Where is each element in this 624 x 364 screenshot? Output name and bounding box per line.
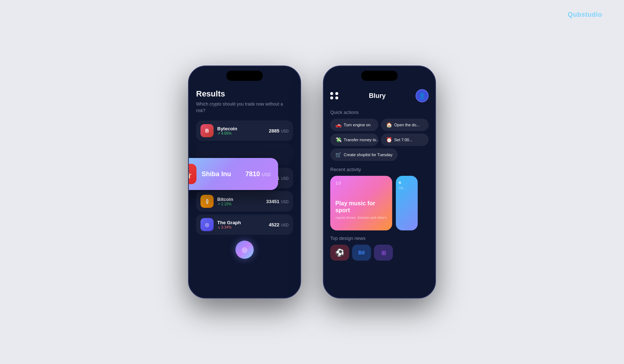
door-icon: 🏠: [386, 122, 392, 128]
shiba-card[interactable]: 🐕 Shiba Inu 7810 USD: [188, 158, 278, 190]
graph-change: ↘ 3.34%: [217, 225, 265, 229]
crypto-item-graph[interactable]: ◎ The Graph ↘ 3.34% 4522 USD: [196, 214, 293, 235]
activity-cards: 1/3 Play music for sport Appolo Brown, E…: [330, 176, 429, 230]
action-shoplist[interactable]: 🛒 Create shoplist for Tuesday: [330, 149, 398, 161]
phone-crypto: Results Which crypto should you trade no…: [188, 66, 301, 298]
design-icon-figma[interactable]: ⊞: [374, 245, 393, 261]
bytecoin-name: Bytecoin: [217, 126, 265, 131]
bytecoin-price: 2885 USD: [269, 127, 289, 134]
action-alarm[interactable]: ⏰ Set 7:00...: [381, 134, 429, 146]
recent-activity-section: Recent activity 1/3 Play music for sport…: [330, 167, 429, 230]
design-icon-behance[interactable]: Bē: [352, 245, 371, 261]
bitcoin-name: Bitcoin: [217, 197, 262, 202]
card-counter: 1/3: [335, 181, 387, 185]
phone-blury: Blury 👤 Quick actions 🚗 Turn engine on: [323, 66, 436, 298]
blury-app-title: Blury: [369, 92, 386, 100]
bitcoin-change: ↗ 2.15%: [217, 202, 262, 206]
action-transfer-label: Transfer money to...: [344, 138, 378, 142]
shoplist-icon: 🛒: [335, 152, 342, 158]
phones-container: Results Which crypto should you trade no…: [188, 66, 436, 298]
actions-row-2: 💸 Transfer money to... ⏰ Set 7:00...: [330, 134, 429, 146]
shiba-price-group: 7810 USD: [245, 170, 271, 178]
top-design-section: Top design news ⚽ Bē ⊞: [330, 236, 429, 261]
bytecoin-icon: B: [200, 124, 214, 137]
bytecoin-info: Bytecoin ↗ 4.05%: [217, 126, 265, 135]
card-music-title: Play music for sport: [335, 200, 387, 214]
shiba-price: 7810 USD: [245, 170, 271, 178]
second-card-letter: B: [399, 181, 415, 185]
action-door-label: Open the do...: [394, 123, 420, 127]
actions-row-1: 🚗 Turn engine on 🏠 Open the do...: [330, 119, 429, 131]
design-icon-dribbble[interactable]: ⚽: [330, 245, 349, 261]
transfer-icon: 💸: [335, 137, 342, 143]
graph-icon: ◎: [200, 218, 214, 231]
bitcoin-price: 33451 USD: [266, 198, 289, 205]
brand-logo: Qubstudio: [568, 11, 602, 19]
engine-icon: 🚗: [335, 122, 342, 128]
phone2-screen: Blury 👤 Quick actions 🚗 Turn engine on: [324, 66, 435, 298]
bitcoin-icon: ₿: [200, 195, 214, 208]
action-shoplist-label: Create shoplist for Tuesday: [344, 153, 393, 157]
brand-accent: studio: [581, 11, 602, 18]
activity-card-second[interactable]: B Op...: [396, 176, 418, 230]
user-avatar[interactable]: 👤: [416, 89, 429, 102]
actions-grid: 🚗 Turn engine on 🏠 Open the do... 💸 Tran…: [330, 119, 429, 161]
quick-actions-title: Quick actions: [330, 110, 429, 115]
results-title: Results: [196, 89, 293, 99]
graph-info: The Graph ↘ 3.34%: [217, 220, 265, 229]
alarm-icon: ⏰: [386, 137, 392, 143]
action-transfer[interactable]: 💸 Transfer money to...: [330, 134, 378, 146]
grid-menu-icon[interactable]: [330, 92, 339, 99]
notch-2: [361, 71, 398, 81]
brand-text: Qub: [568, 11, 582, 18]
blury-header: Blury 👤: [330, 89, 429, 102]
results-subtitle: Which crypto should you trade now withou…: [196, 101, 293, 114]
bitcoin-info: Bitcoin ↗ 2.15%: [217, 197, 262, 206]
action-alarm-label: Set 7:00...: [394, 138, 413, 142]
actions-row-3: 🛒 Create shoplist for Tuesday: [330, 149, 429, 161]
recent-activity-title: Recent activity: [330, 167, 429, 172]
crypto-item-bytecoin[interactable]: B Bytecoin ↗ 4.05% 2885 USD: [196, 120, 293, 141]
action-turn-engine[interactable]: 🚗 Turn engine on: [330, 119, 378, 131]
design-icons-row: ⚽ Bē ⊞: [330, 245, 429, 261]
activity-card-music[interactable]: 1/3 Play music for sport Appolo Brown, E…: [330, 176, 392, 230]
quick-actions-section: Quick actions 🚗 Turn engine on 🏠 Open th…: [330, 110, 429, 161]
shiba-icon: 🐕: [188, 164, 196, 184]
action-open-door[interactable]: 🏠 Open the do...: [381, 119, 429, 131]
shiba-name: Shiba Inu: [202, 170, 240, 178]
card-music-subtitle: Appolo Brown, Eminem and other's: [335, 216, 387, 219]
voice-button[interactable]: ◎: [235, 241, 254, 259]
action-engine-label: Turn engine on: [344, 123, 371, 127]
graph-price: 4522 USD: [269, 221, 289, 228]
crypto-item-bitcoin[interactable]: ₿ Bitcoin ↗ 2.15% 33451 USD: [196, 191, 293, 211]
top-design-title: Top design news: [330, 236, 429, 241]
second-card-sub: Op...: [399, 186, 415, 190]
bytecoin-change: ↗ 4.05%: [217, 131, 265, 135]
notch-1: [226, 71, 263, 81]
graph-name: The Graph: [217, 220, 265, 225]
